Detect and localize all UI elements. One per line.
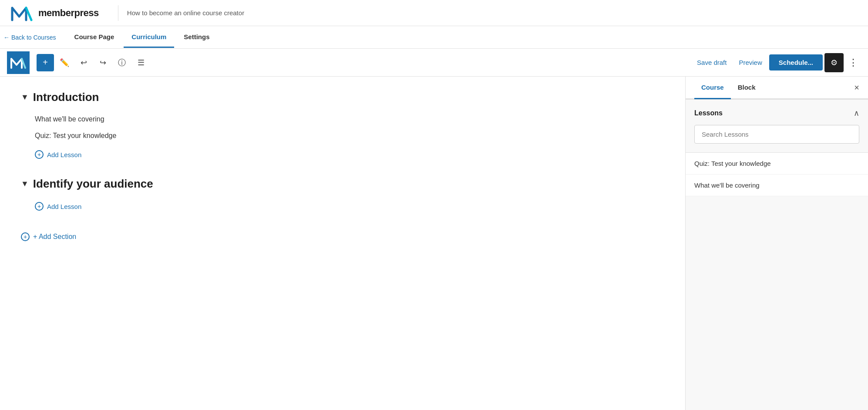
panel-tab-block[interactable]: Block — [731, 77, 763, 99]
add-lesson-label-1: Add Lesson — [47, 151, 81, 158]
back-to-courses-link[interactable]: ← Back to Courses — [3, 34, 56, 41]
search-lessons-input[interactable] — [694, 125, 859, 144]
section-introduction-header: ▼ Introduction — [21, 91, 664, 104]
mp-logo-square-icon — [10, 56, 26, 69]
save-draft-button[interactable]: Save draft — [692, 55, 732, 70]
list-view-button[interactable]: ☰ — [132, 54, 150, 71]
header-subtitle: How to become an online course creator — [127, 9, 244, 17]
section-identify-toggle[interactable]: ▼ — [21, 179, 29, 188]
circle-plus-icon-1: + — [35, 150, 44, 159]
list-item[interactable]: What we'll be covering — [21, 111, 664, 128]
undo-button[interactable]: ↩ — [75, 54, 92, 71]
add-lesson-button-1[interactable]: + Add Lesson — [21, 146, 81, 163]
list-item[interactable]: What we'll be covering — [686, 175, 868, 196]
add-section-label: + Add Section — [33, 233, 76, 241]
content-area: ▼ Introduction What we'll be covering Qu… — [0, 77, 685, 410]
toolbar: + ✏️ ↩ ↪ ⓘ ☰ Save draft Preview Schedule… — [0, 49, 868, 77]
settings-gear-button[interactable]: ⚙ — [824, 53, 844, 72]
panel-lessons-header: Lessons ∧ — [694, 108, 859, 118]
list-item[interactable]: Quiz: Test your knowledge — [21, 128, 664, 144]
section-introduction-title: Introduction — [33, 91, 99, 104]
panel-tab-course[interactable]: Course — [694, 77, 731, 99]
add-button[interactable]: + — [37, 54, 54, 71]
mp-logo-square — [7, 51, 30, 74]
nav-tabs: ← Back to Courses Course Page Curriculum… — [0, 26, 868, 49]
redo-button[interactable]: ↪ — [94, 54, 111, 71]
add-section-button[interactable]: + + Add Section — [21, 229, 76, 245]
top-header: memberpress How to become an online cour… — [0, 0, 868, 26]
tab-curriculum[interactable]: Curriculum — [124, 27, 174, 48]
tab-course-page[interactable]: Course Page — [67, 27, 122, 48]
section-identify-audience: ▼ Identify your audience + Add Lesson — [21, 177, 664, 215]
panel-lessons-section: Lessons ∧ — [686, 100, 868, 152]
add-lesson-button-2[interactable]: + Add Lesson — [21, 198, 81, 215]
main-layout: ▼ Introduction What we'll be covering Qu… — [0, 77, 868, 410]
section-introduction: ▼ Introduction What we'll be covering Qu… — [21, 91, 664, 163]
section-introduction-toggle[interactable]: ▼ — [21, 93, 29, 102]
edit-icon-button[interactable]: ✏️ — [56, 54, 73, 71]
tab-settings[interactable]: Settings — [176, 27, 217, 48]
section-identify-header: ▼ Identify your audience — [21, 177, 664, 191]
add-lesson-label-2: Add Lesson — [47, 203, 81, 210]
preview-button[interactable]: Preview — [733, 55, 767, 70]
panel-close-button[interactable]: × — [854, 83, 859, 92]
header-divider — [118, 5, 118, 21]
panel-tabs: Course Block × — [686, 77, 868, 99]
circle-plus-icon-2: + — [35, 202, 44, 211]
panel-lessons-title: Lessons — [694, 109, 723, 117]
right-panel: Course Block × Lessons ∧ Quiz: Test your… — [685, 77, 868, 410]
logo-area: memberpress — [10, 3, 99, 23]
info-button[interactable]: ⓘ — [113, 54, 131, 71]
memberpress-wordmark: memberpress — [38, 7, 99, 19]
more-options-button[interactable]: ⋮ — [845, 55, 861, 71]
memberpress-logo-icon — [10, 3, 33, 23]
schedule-button[interactable]: Schedule... — [769, 54, 823, 71]
circle-plus-icon-section: + — [21, 232, 30, 241]
list-item[interactable]: Quiz: Test your knowledge — [686, 153, 868, 175]
panel-lessons-toggle[interactable]: ∧ — [854, 108, 859, 118]
section-identify-title: Identify your audience — [33, 177, 153, 191]
